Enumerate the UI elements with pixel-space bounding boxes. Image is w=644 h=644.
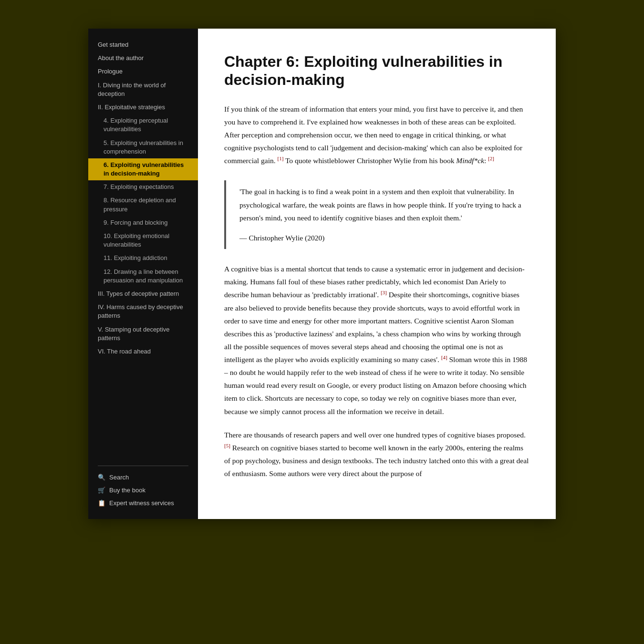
sidebar-section-iii[interactable]: III. Types of deceptive pattern xyxy=(88,287,198,301)
sidebar-search-label: Search xyxy=(109,474,129,481)
sidebar-section-ii[interactable]: II. Exploitative strategies xyxy=(88,101,198,114)
sidebar-section-v[interactable]: V. Stamping out deceptive patterns xyxy=(88,323,198,345)
sidebar-item-ch6[interactable]: 6. Exploiting vulnerabilities in decisio… xyxy=(88,158,198,180)
sidebar-bottom: 🔍 Search 🛒 Buy the book 📋 Expert witness… xyxy=(88,471,198,509)
chapter-title: Chapter 6: Exploiting vulnerabilities in… xyxy=(224,52,530,89)
footnote-1: [1] xyxy=(277,156,283,161)
paragraph-2: A cognitive bias is a mental shortcut th… xyxy=(224,262,530,418)
sidebar-divider xyxy=(98,466,188,466)
footnote-4: [4] xyxy=(441,354,447,360)
search-icon: 🔍 xyxy=(98,474,105,481)
blockquote-attribution: — Christopher Wylie (2020) xyxy=(239,232,530,244)
sidebar-expert-label: Expert witness services xyxy=(109,499,174,507)
paragraph-3: There are thousands of research papers a… xyxy=(224,428,530,480)
sidebar-item-ch10[interactable]: 10. Exploiting emotional vulnerabilities xyxy=(88,229,198,251)
sidebar-item-ch12[interactable]: 12. Drawing a line between persuasion an… xyxy=(88,265,198,287)
sidebar-section-vi[interactable]: VI. The road ahead xyxy=(88,345,198,358)
cart-icon: 🛒 xyxy=(98,487,105,494)
sidebar-item-about-author[interactable]: About the author xyxy=(88,52,198,65)
blockquote: 'The goal in hacking is to find a weak p… xyxy=(224,180,530,249)
paragraph-1: If you think of the stream of informatio… xyxy=(224,103,530,167)
sidebar-nav: Get started About the author Prologue I.… xyxy=(88,38,198,461)
app-container: Get started About the author Prologue I.… xyxy=(88,29,556,519)
sidebar-item-get-started[interactable]: Get started xyxy=(88,38,198,52)
sidebar-item-ch5[interactable]: 5. Exploiting vulnerabilities in compreh… xyxy=(88,136,198,158)
sidebar: Get started About the author Prologue I.… xyxy=(88,29,198,519)
sidebar-item-ch9[interactable]: 9. Forcing and blocking xyxy=(88,216,198,229)
footnote-2: [2] xyxy=(488,156,494,161)
sidebar-item-ch8[interactable]: 8. Resource depletion and pressure xyxy=(88,194,198,216)
sidebar-section-i[interactable]: I. Diving into the world of deception xyxy=(88,79,198,101)
sidebar-item-ch4[interactable]: 4. Exploiting perceptual vulnerabilities xyxy=(88,114,198,136)
sidebar-item-ch7[interactable]: 7. Exploiting expectations xyxy=(88,180,198,194)
sidebar-buy-book[interactable]: 🛒 Buy the book xyxy=(88,484,198,497)
sidebar-section-iv[interactable]: IV. Harms caused by deceptive patterns xyxy=(88,301,198,322)
sidebar-expert-witness[interactable]: 📋 Expert witness services xyxy=(88,497,198,509)
sidebar-item-ch11[interactable]: 11. Exploiting addiction xyxy=(88,251,198,265)
sidebar-item-prologue[interactable]: Prologue xyxy=(88,65,198,78)
sidebar-search[interactable]: 🔍 Search xyxy=(88,471,198,484)
expert-icon: 📋 xyxy=(98,499,105,507)
footnote-3: [3] xyxy=(381,290,387,295)
main-content: Chapter 6: Exploiting vulnerabilities in… xyxy=(198,29,556,519)
footnote-5: [5] xyxy=(224,443,230,448)
sidebar-buy-label: Buy the book xyxy=(109,487,145,494)
blockquote-text: 'The goal in hacking is to find a weak p… xyxy=(239,185,530,224)
